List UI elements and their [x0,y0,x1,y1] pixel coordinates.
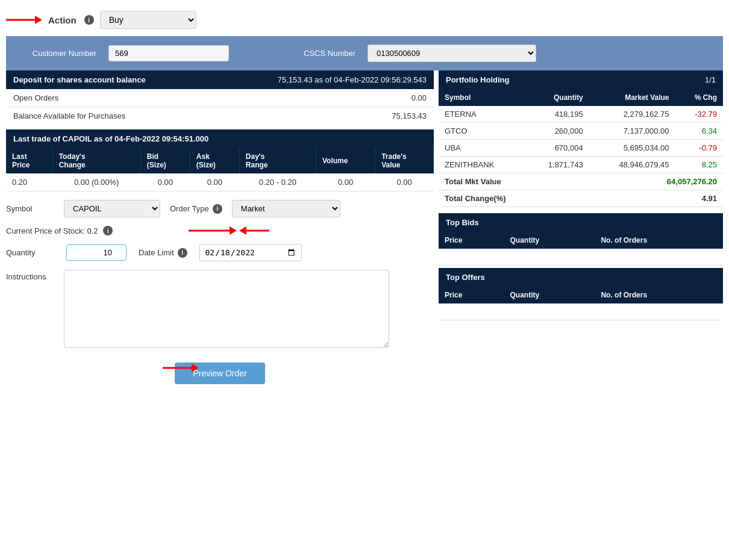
main-grid: Deposit for shares account balance 75,15… [6,70,723,395]
portfolio-header: Portfolio Holding 1/1 [439,70,723,89]
portfolio-symbol-uba: UBA [439,140,524,157]
trade-col-volume: Volume [316,148,375,173]
bids-col-orders: No. of Orders [595,232,723,249]
order-type-select[interactable]: Market Limit [232,200,340,217]
customer-number-label: Customer Number [18,49,96,58]
current-price-row: Current Price of Stock: 0.2 i [6,226,434,235]
offers-empty-row [439,303,723,320]
bids-arrow-left-icon [239,226,269,235]
portfolio-chg-uba: -0.79 [675,140,723,157]
info-table: Open Orders 0.00 Balance Available for P… [6,89,434,125]
cscs-number-select[interactable]: 0130500609 [368,45,536,62]
bids-arrow-right-icon [189,226,237,235]
portfolio-symbol-zenithbank: ZENITHBANK [439,157,524,173]
portfolio-row-gtco: GTCO 260,000 7,137,000.00 6.34 [439,123,723,140]
trade-last-price: 0.20 [6,173,52,191]
date-limit-info-icon[interactable]: i [178,248,187,258]
trade-days-range: 0.20 - 0.20 [239,173,316,191]
quantity-row: Quantity Date Limit i [6,244,434,261]
trade-bid-size: 0.00 [140,173,190,191]
portfolio-mv-eterna: 2,279,162.75 [589,106,675,123]
trade-col-days-range: Day'sRange [239,148,316,173]
current-price-info-icon[interactable]: i [103,226,113,235]
portfolio-col-symbol: Symbol [439,89,524,106]
trade-col-todays-change: Today'sChange [52,148,140,173]
open-orders-value: 0.00 [314,89,434,107]
portfolio-col-pct-chg: % Chg [675,89,723,106]
trade-col-trades-value: Trade'sValue [375,148,434,173]
bids-empty-row [439,249,723,266]
portfolio-qty-uba: 670,004 [524,140,589,157]
portfolio-qty-eterna: 418,195 [524,106,589,123]
quantity-input[interactable] [66,244,127,261]
portfolio-col-market-value: Market Value [589,89,675,106]
top-bids-header: Top Bids [439,213,723,232]
trade-col-bid-size: Bid(Size) [140,148,190,173]
last-trade-label: Last trade of CAPOIL as of 04-Feb-2022 0… [13,134,208,143]
total-mkt-label: Total Mkt Value [439,173,589,190]
portfolio-page: 1/1 [705,75,716,84]
trade-table: LastPrice Today'sChange Bid(Size) Ask(Si… [6,148,434,191]
customer-row: Customer Number CSCS Number 0130500609 [6,36,723,70]
trade-col-ask-size: Ask(Size) [190,148,239,173]
order-type-label: Order Type i [170,204,222,214]
trade-ask-size: 0.00 [190,173,239,191]
date-limit-input[interactable] [199,244,302,261]
action-arrow-icon [6,16,42,24]
portfolio-col-quantity: Quantity [524,89,589,106]
portfolio-row-uba: UBA 670,004 5,695,034.00 -0.79 [439,140,723,157]
symbol-order-row: Symbol CAPOIL Order Type i Market Limit [6,200,434,217]
action-label: Action [48,15,77,25]
portfolio-qty-gtco: 260,000 [524,123,589,140]
top-bids-table: Price Quantity No. of Orders [439,232,723,266]
deposit-row: Deposit for shares account balance 75,15… [6,70,434,89]
portfolio-mv-gtco: 7,137,000.00 [589,123,675,140]
portfolio-chg-zenithbank: 8.25 [675,157,723,173]
portfolio-qty-zenithbank: 1,871,743 [524,157,589,173]
total-chg-label: Total Change(%) [439,190,589,207]
portfolio-symbol-eterna: ETERNA [439,106,524,123]
deposit-value: 75,153.43 as of 04-Feb-2022 09:56:29.543 [278,75,427,84]
order-type-info-icon[interactable]: i [213,204,222,214]
total-mkt-value: 64,057,276.20 [589,173,723,190]
portfolio-total-chg-row: Total Change(%) 4.91 [439,190,723,207]
open-orders-row: Open Orders 0.00 [6,89,434,107]
cscs-number-label: CSCS Number [289,49,355,58]
portfolio-total-mkt-row: Total Mkt Value 64,057,276.20 [439,173,723,190]
portfolio-symbol-gtco: GTCO [439,123,524,140]
customer-number-input[interactable] [108,45,229,61]
bids-col-quantity: Quantity [504,232,595,249]
instructions-label: Instructions [6,270,54,281]
action-info-icon[interactable]: i [84,15,94,25]
top-offers-header: Top Offers [439,268,723,287]
date-limit-label: Date Limit i [139,248,187,258]
balance-row: Balance Available for Purchases 75,153.4… [6,107,434,125]
instructions-textarea[interactable] [64,270,389,348]
portfolio-row-zenithbank: ZENITHBANK 1,871,743 48,946,079.45 8.25 [439,157,723,173]
action-select[interactable]: Buy Sell [100,11,196,29]
trade-todays-change: 0.00 (0.00%) [52,173,140,191]
quantity-label: Quantity [6,248,54,257]
current-price-label: Current Price of Stock: 0.2 [6,226,98,235]
offers-col-price: Price [439,287,504,303]
portfolio-mv-zenithbank: 48,946,079.45 [589,157,675,173]
action-row: Action i Buy Sell [6,6,723,36]
portfolio-chg-eterna: -32.79 [675,106,723,123]
portfolio-mv-uba: 5,695,034.00 [589,140,675,157]
last-trade-row: Last trade of CAPOIL as of 04-Feb-2022 0… [6,129,434,148]
open-orders-label: Open Orders [6,89,314,107]
trade-trades-value: 0.00 [375,173,434,191]
right-panel: Portfolio Holding 1/1 Symbol Quantity Ma… [434,70,723,395]
deposit-label: Deposit for shares account balance [13,75,278,84]
portfolio-row-eterna: ETERNA 418,195 2,279,162.75 -32.79 [439,106,723,123]
instructions-row: Instructions [6,270,434,348]
left-panel: Deposit for shares account balance 75,15… [6,70,434,395]
trade-col-last-price: LastPrice [6,148,52,173]
symbol-select[interactable]: CAPOIL [64,200,160,217]
balance-label: Balance Available for Purchases [6,107,314,125]
trade-data-row: 0.20 0.00 (0.00%) 0.00 0.00 0.20 - 0.20 … [6,173,434,191]
order-section: Symbol CAPOIL Order Type i Market Limit … [6,191,434,395]
portfolio-table: Symbol Quantity Market Value % Chg ETERN… [439,89,723,207]
total-chg-value: 4.91 [589,190,723,207]
portfolio-title: Portfolio Holding [446,75,705,84]
